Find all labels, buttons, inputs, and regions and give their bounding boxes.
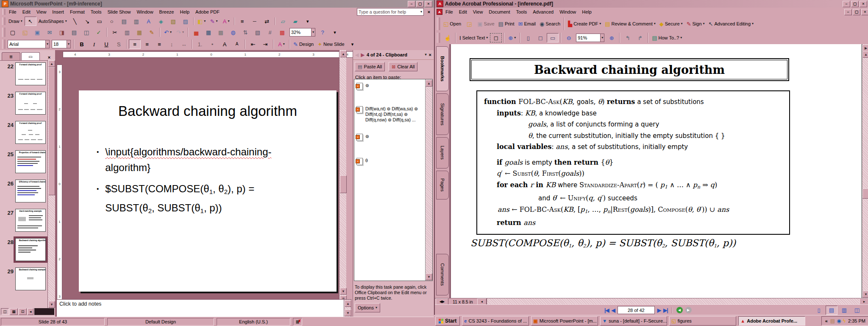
tables-and-borders-button[interactable]: ▩ — [215, 28, 227, 37]
scrollbar-thumb[interactable] — [340, 175, 347, 193]
ppt-menu-window[interactable]: Window — [134, 8, 156, 15]
slide-thumbnail-22[interactable]: 22Forward chaining proof — [0, 60, 47, 89]
taskbar-button-fsecure[interactable]: ▼suna - [default] - F-Secure... — [600, 316, 667, 326]
slide-vertical-scrollbar[interactable]: ▲ ▼ ⇈ ⇊ — [339, 50, 346, 317]
slide-title[interactable]: Backward chaining algorithm — [79, 103, 337, 119]
scroll-up-icon[interactable]: ▲ — [340, 51, 347, 57]
rotate-text-button[interactable]: ↔ — [178, 39, 190, 49]
line-color-button[interactable]: ✎▾ — [208, 17, 220, 26]
design-button[interactable]: ✎Design — [292, 39, 315, 49]
review-and-comment-button[interactable]: ▤Review & Comment▾ — [603, 19, 657, 28]
save-button[interactable]: ▣Save — [476, 19, 496, 28]
normal-view-button[interactable]: ◫ — [1, 308, 9, 315]
arrow-style-button[interactable]: ⇄ — [261, 17, 273, 26]
scroll-up-icon[interactable]: ▲ — [426, 80, 432, 87]
close-button[interactable]: × — [425, 1, 432, 7]
drawing-toolbar-overflow-button[interactable]: ▾ — [302, 17, 314, 26]
bold-button[interactable]: B — [76, 39, 88, 49]
show-grid-button[interactable]: # — [264, 28, 276, 37]
sign-button[interactable]: ✎Sign▾ — [685, 19, 707, 28]
ppt-menu-slide-show[interactable]: Slide Show — [104, 8, 134, 15]
new-slide-button[interactable]: ✦New Slide — [316, 39, 346, 49]
slide-canvas[interactable]: Backward chaining algorithm •\input{algo… — [79, 90, 337, 292]
draw-menu[interactable]: Draw▾ — [7, 17, 24, 26]
standard-toolbar-overflow-button[interactable]: ▾ — [329, 28, 341, 37]
acrobat-menu-file[interactable]: File — [442, 8, 456, 15]
redo-button[interactable]: ↷▾ — [174, 28, 186, 37]
thumbnail-slide-image[interactable]: Efficiency of forward chaining — [15, 180, 46, 202]
snapshot-tool[interactable]: ◻ — [490, 33, 502, 42]
numbering-button[interactable]: 1. — [194, 39, 206, 49]
tray-chevron-icon[interactable]: « — [825, 318, 828, 323]
continuous-button[interactable]: ▤ — [826, 306, 837, 315]
underline-button[interactable]: U — [100, 39, 112, 49]
pdf-horizontal-scrollbar[interactable] — [487, 298, 860, 305]
tray-fsecure-icon[interactable]: ◉ — [837, 318, 841, 324]
tray-updater-icon[interactable]: ϟ — [843, 318, 846, 324]
acrobat-menu-advanced[interactable]: Advanced — [530, 8, 556, 15]
help-question-input[interactable]: Type a question for help ▾ — [357, 8, 424, 16]
taskbar-button-figures[interactable]: ◱figures — [669, 316, 736, 326]
pdf-vertical-scrollbar[interactable]: ▶ ▲ ▼ — [862, 44, 868, 298]
continuous-facing-button[interactable]: ▥ — [838, 306, 850, 315]
single-page-button[interactable]: ▯ — [813, 306, 825, 315]
ppt-menu-file[interactable]: File — [6, 8, 19, 15]
paste-button[interactable]: ▦ — [134, 28, 145, 37]
thumbnail-slide-image[interactable]: Backward chaining example — [15, 267, 46, 290]
thumbnail-slide-image[interactable]: Forward chaining proof — [15, 92, 46, 115]
close-button[interactable]: × — [861, 9, 868, 15]
dash-style-button[interactable]: ┄ — [249, 17, 261, 26]
thumbnail-pane-close-button[interactable]: × — [46, 54, 53, 60]
font-size-input[interactable]: 18▾ — [52, 40, 71, 48]
cut-button[interactable]: ✂ — [109, 28, 121, 37]
show-formatting-button[interactable]: ▧ — [252, 28, 264, 37]
slide-show-button[interactable]: ⊡ — [19, 308, 27, 315]
tab-layers[interactable]: Layers — [436, 137, 449, 169]
acrobat-menu-window[interactable]: Window — [556, 8, 579, 15]
taskbar-button-powerpoint[interactable]: ▣Microsoft PowerPoint - [m... — [531, 316, 598, 326]
previous-page-button[interactable]: ◀ — [612, 307, 615, 313]
options-button[interactable]: Options ▾ — [355, 303, 380, 312]
tab-signatures[interactable]: Signatures — [436, 93, 449, 135]
status-language[interactable]: English (U.S.) — [217, 318, 290, 326]
ppt-menu-tools[interactable]: Tools — [88, 8, 105, 15]
notes-pane[interactable]: Click to add notes — [56, 299, 351, 317]
minimize-button[interactable]: – — [408, 1, 415, 7]
ppt-menu-format[interactable]: Format — [67, 8, 88, 15]
task-pane-back-icon[interactable]: ◀ — [355, 52, 359, 58]
ppt-menu-adobe-pdf[interactable]: Adobe PDF — [192, 8, 223, 15]
slide-thumbnail-26[interactable]: 26Efficiency of forward chaining — [0, 177, 47, 206]
previous-view-button[interactable]: ◀ — [676, 307, 683, 313]
thumbnail-scrollbar[interactable]: ▲ ▼ — [47, 60, 55, 308]
insert-hyperlink-button[interactable]: ◍ — [227, 28, 239, 37]
increase-font-size-button[interactable]: A — [219, 39, 231, 49]
fit-width-button[interactable]: ▭ — [547, 33, 559, 42]
print-button[interactable]: ▤Print — [497, 19, 516, 28]
toolbar-overflow-icon[interactable]: ▶ — [862, 45, 868, 51]
italic-button[interactable]: I — [88, 39, 100, 49]
shadow-style-button[interactable]: ▱ — [277, 17, 289, 26]
task-pane-close-button[interactable]: × — [429, 52, 431, 57]
vertical-text-box-tool[interactable]: ▥ — [131, 17, 142, 26]
scroll-down-icon[interactable]: ▼ — [340, 288, 347, 295]
previous-view-button[interactable]: ↰ — [622, 33, 634, 42]
copy-button[interactable]: ▥ — [121, 28, 133, 37]
decrease-font-size-button[interactable]: A — [231, 39, 243, 49]
clipboard-item-1[interactable]: ▪⊜ — [354, 83, 432, 90]
clipboard-item-4[interactable]: ▪θ — [354, 158, 432, 165]
minimize-button[interactable]: – — [844, 9, 852, 15]
hscroll-right-icon[interactable]: ▸ — [860, 298, 868, 305]
advanced-editing-button[interactable]: ↖Advanced Editing▾ — [707, 19, 756, 28]
align-left-button[interactable]: ≡ — [129, 39, 141, 49]
font-name-input[interactable]: Arial▾ — [8, 40, 50, 48]
scroll-down-icon[interactable]: ▼ — [345, 309, 351, 316]
facing-button[interactable]: ◫ — [851, 306, 863, 315]
hscroll-track[interactable] — [34, 308, 54, 315]
scroll-down-icon[interactable]: ▼ — [862, 291, 868, 298]
tab-outline[interactable]: ≣ — [2, 52, 20, 60]
format-painter-button[interactable]: ✎ — [146, 28, 158, 37]
thumbnail-slide-image[interactable]: Hard matching example — [15, 209, 46, 232]
insert-wordart-tool[interactable]: A — [143, 17, 155, 26]
open-button[interactable]: ◱Open — [442, 19, 463, 28]
autoshapes-menu[interactable]: AutoShapes▾ — [37, 17, 69, 26]
